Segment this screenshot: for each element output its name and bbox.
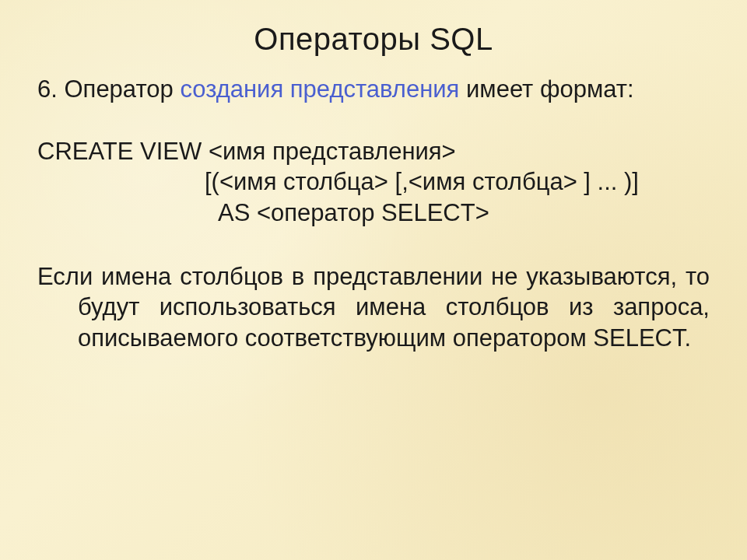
intro-paragraph: 6. Оператор создания представления имеет…: [37, 74, 710, 105]
syntax-line-3: AS <оператор SELECT>: [37, 198, 710, 229]
note-paragraph: Если имена столбцов в представлении не у…: [37, 261, 710, 354]
create-view-link[interactable]: создания представления: [180, 75, 459, 103]
slide-body: 6. Оператор создания представления имеет…: [37, 74, 710, 354]
syntax-line-1: CREATE VIEW <имя представления>: [37, 136, 710, 167]
slide: Операторы SQL 6. Оператор создания предс…: [0, 0, 747, 560]
list-number: 6.: [37, 75, 58, 103]
slide-title: Операторы SQL: [37, 22, 710, 57]
syntax-line-2: [(<имя столбца> [,<имя столбца> ] ... )]: [37, 166, 710, 198]
syntax-block: CREATE VIEW <имя представления> [(<имя с…: [37, 136, 710, 229]
intro-before: Оператор: [64, 75, 173, 103]
intro-after: имеет формат:: [466, 75, 634, 103]
